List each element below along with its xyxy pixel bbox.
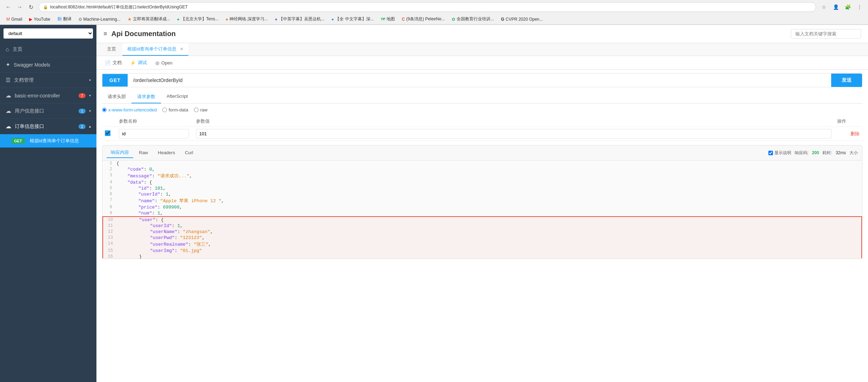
radio-urlencoded[interactable]: x-www-form-urlencoded bbox=[102, 107, 157, 112]
left-tab-debug[interactable]: ⚡ 调试 bbox=[127, 58, 150, 67]
education-icon: ✿ bbox=[452, 17, 455, 22]
radio-formdata[interactable]: form-data bbox=[162, 107, 188, 112]
toolbar-actions: ☆ 👤 🧩 ⋮ bbox=[819, 2, 864, 12]
code-line: 5 "id": 101, bbox=[102, 185, 862, 191]
code-line: 4 "data": { bbox=[102, 179, 862, 185]
bookmark-star-button[interactable]: ☆ bbox=[819, 2, 829, 12]
project-select[interactable]: default bbox=[4, 28, 93, 39]
left-tab-open[interactable]: ◎ Open bbox=[153, 59, 175, 67]
address-text: localhost:8082/doc.html#/default/订单信息接口/… bbox=[50, 4, 188, 10]
bookmark-cvpr[interactable]: G CVPR 2020 Open... bbox=[498, 16, 545, 22]
sidebar-item-swagger[interactable]: ✦ Swagger Models bbox=[0, 57, 96, 73]
order-info-icon: ☁ bbox=[6, 123, 11, 130]
sidebar-sub-get-order[interactable]: GET 根据id查询单个订单信息 bbox=[0, 134, 96, 148]
bookmark-gmail[interactable]: M Gmail bbox=[4, 16, 25, 22]
bookmark-education[interactable]: ✿ 全国教育行业培训... bbox=[449, 15, 497, 23]
browser-toolbar: ← → ↻ 🔒 localhost:8082/doc.html#/default… bbox=[0, 0, 868, 14]
delete-link[interactable]: 删除 bbox=[850, 131, 860, 136]
bookmark-youtube-label: YouTube bbox=[34, 17, 50, 22]
bookmark-peleene-label: (9条消息) PeleeNe... bbox=[406, 16, 445, 22]
bookmark-ext1-label: 立即将英语翻译成... bbox=[133, 16, 170, 22]
sidebar-item-basic-error[interactable]: ☁ basic-error-controller 7 ▾ bbox=[0, 88, 96, 103]
param-name-input[interactable] bbox=[119, 129, 189, 138]
line-number: 16 bbox=[103, 254, 117, 259]
docs-icon: ☰ bbox=[6, 77, 11, 83]
response-tab-headers[interactable]: Headers bbox=[154, 148, 179, 158]
param-checkbox[interactable] bbox=[105, 130, 110, 136]
send-button[interactable]: 发送 bbox=[831, 74, 862, 87]
search-input[interactable] bbox=[791, 29, 861, 39]
hamburger-button[interactable]: ≡ bbox=[103, 30, 107, 37]
extensions-button[interactable]: 🧩 bbox=[843, 2, 853, 12]
bookmark-ext2[interactable]: ● 【北京大学】Tens... bbox=[174, 15, 222, 23]
basic-error-icon: ☁ bbox=[6, 92, 11, 99]
response-meta: 显示说明 响应码: 200 耗时: 32ms 大小 bbox=[768, 150, 858, 156]
code-line: 13 "userPwd": "123123", bbox=[102, 235, 862, 241]
line-number: 12 bbox=[103, 229, 117, 234]
user-info-chevron-icon: ▾ bbox=[89, 109, 91, 113]
back-button[interactable]: ← bbox=[4, 2, 13, 12]
bookmark-ext1[interactable]: ★ 立即将英语翻译成... bbox=[125, 15, 173, 23]
sidebar: default ⌂ 主页 ✦ Swagger Models ☰ 文档管理 ▾ ☁… bbox=[0, 25, 96, 382]
response-tab-curl[interactable]: Curl bbox=[181, 148, 197, 158]
show-desc-label[interactable]: 显示说明 bbox=[768, 150, 791, 156]
ext3-icon: ● bbox=[226, 17, 228, 22]
line-content: { bbox=[116, 161, 862, 166]
code-line: 11 "userId": 1, bbox=[102, 223, 862, 229]
bookmark-peleene[interactable]: C (9条消息) PeleeNe... bbox=[399, 15, 448, 23]
left-tab-open-label: Open bbox=[161, 60, 173, 66]
bookmark-ext3[interactable]: ● 神经网络,深度学习... bbox=[223, 15, 271, 23]
order-info-chevron-icon: ▴ bbox=[89, 124, 91, 128]
code-line: 3 "message": "请求成功...", bbox=[102, 172, 862, 179]
response-tab-content[interactable]: 响应内容 bbox=[107, 148, 133, 158]
line-content: "code": 0, bbox=[116, 167, 862, 172]
sidebar-item-home[interactable]: ⌂ 主页 bbox=[0, 42, 96, 57]
tab-home[interactable]: 主页 bbox=[102, 43, 121, 56]
line-content: "userRealname": "张三", bbox=[117, 241, 861, 247]
params-tab-params[interactable]: 请求参数 bbox=[132, 91, 161, 103]
col-check-header bbox=[102, 116, 116, 127]
col-action-header: 操作 bbox=[834, 116, 862, 127]
sidebar-item-user-info[interactable]: ☁ 用户信息接口 1 ▾ bbox=[0, 103, 96, 119]
tab-order[interactable]: 根据id查询单个订单信息 ✕ bbox=[122, 43, 188, 56]
debug-icon: ⚡ bbox=[130, 60, 136, 66]
bookmark-translate[interactable]: 翻 翻译 bbox=[55, 15, 74, 23]
code-line: 6 "userId": 1, bbox=[102, 191, 862, 197]
sidebar-item-docs[interactable]: ☰ 文档管理 ▾ bbox=[0, 73, 96, 88]
status-prefix: 响应码: bbox=[795, 150, 808, 156]
bookmark-ext3-label: 神经网络,深度学习... bbox=[229, 16, 268, 22]
col-name-header: 参数名称 bbox=[116, 116, 193, 127]
time-prefix: 耗时: bbox=[822, 150, 832, 156]
translate-icon: 翻 bbox=[58, 16, 62, 22]
tab-close-icon[interactable]: ✕ bbox=[180, 47, 183, 52]
menu-button[interactable]: ⋮ bbox=[855, 2, 864, 12]
param-value-input[interactable] bbox=[196, 129, 832, 138]
line-content: "data": { bbox=[116, 180, 862, 185]
params-tab-afterscript[interactable]: AfterScript bbox=[161, 91, 194, 103]
bookmark-github[interactable]: ⊙ Machine-Learning... bbox=[76, 16, 123, 22]
line-content: "userName": "zhangsan", bbox=[117, 229, 861, 234]
params-tab-headers[interactable]: 请求头部 bbox=[102, 91, 132, 103]
bookmark-youtube[interactable]: ▶ YouTube bbox=[26, 16, 53, 22]
bookmark-ext5[interactable]: ● 【全 中文字幕】深... bbox=[329, 15, 377, 23]
url-input[interactable] bbox=[128, 74, 831, 87]
table-row: 删除 bbox=[102, 127, 862, 141]
get-bar: GET 发送 bbox=[102, 73, 862, 87]
method-label: GET bbox=[102, 74, 128, 87]
line-number: 6 bbox=[102, 192, 116, 197]
profile-button[interactable]: 👤 bbox=[831, 2, 841, 12]
bookmark-ext4[interactable]: ● 【中英字幕】吴恩达机... bbox=[272, 15, 327, 23]
bookmark-map[interactable]: 🗺 地图 bbox=[378, 15, 398, 23]
forward-button[interactable]: → bbox=[15, 2, 25, 12]
radio-raw[interactable]: raw bbox=[194, 107, 208, 112]
refresh-button[interactable]: ↻ bbox=[26, 2, 36, 12]
line-content: "userPwd": "123123", bbox=[117, 235, 861, 240]
address-bar[interactable]: 🔒 localhost:8082/doc.html#/default/订单信息接… bbox=[39, 2, 816, 12]
sidebar-item-order-info[interactable]: ☁ 订单信息接口 1 ▴ bbox=[0, 119, 96, 134]
line-content: } bbox=[117, 254, 861, 259]
bookmark-education-label: 全国教育行业培训... bbox=[457, 16, 494, 22]
get-method-badge: GET bbox=[11, 138, 25, 144]
response-tab-raw[interactable]: Raw bbox=[135, 148, 152, 158]
left-tab-doc[interactable]: 📄 文档 bbox=[102, 58, 125, 67]
radio-urlencoded-label: x-www-form-urlencoded bbox=[108, 107, 157, 112]
